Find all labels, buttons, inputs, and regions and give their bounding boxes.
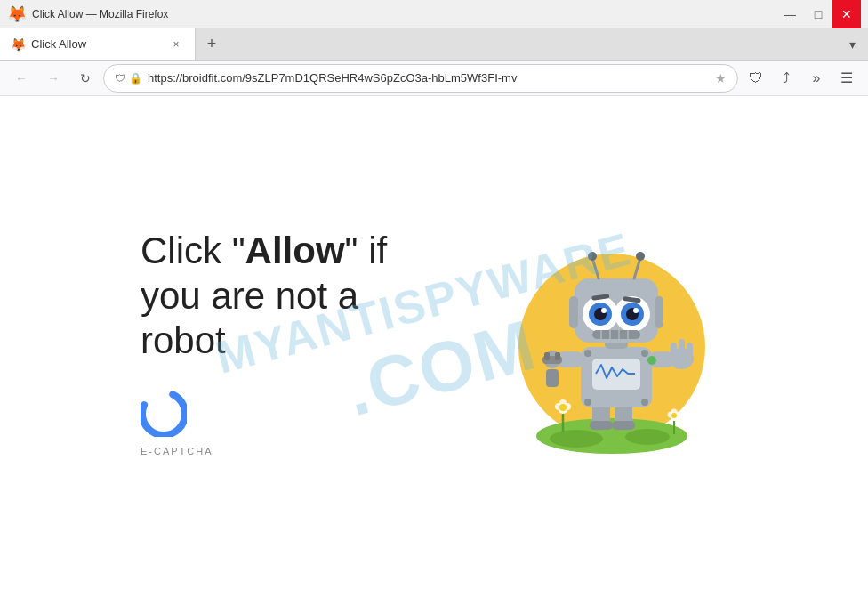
bookmark-star-button[interactable]: ★ — [715, 71, 727, 85]
svg-rect-37 — [687, 343, 693, 359]
svg-point-61 — [647, 356, 656, 365]
title-bar-left: 🦊 Click Allow — Mozilla Firefox — [7, 4, 168, 24]
svg-point-41 — [588, 252, 597, 261]
close-button[interactable]: ✕ — [832, 0, 861, 28]
captcha-label: E-CAPTCHA — [141, 446, 213, 456]
svg-point-10 — [559, 404, 567, 411]
maximize-button[interactable]: □ — [804, 0, 832, 28]
shield-button[interactable]: 🛡 — [742, 64, 770, 93]
svg-point-25 — [584, 399, 591, 406]
url-input[interactable] — [148, 71, 710, 85]
nav-bar: ← → ↻ 🛡 🔒 ★ 🛡 ⤴ » ☰ — [0, 61, 868, 96]
new-tab-button[interactable]: + — [196, 28, 228, 60]
menu-button[interactable]: ☰ — [832, 64, 861, 93]
tab-close-button[interactable]: × — [168, 36, 184, 52]
window-title: Click Allow — Mozilla Firefox — [32, 8, 168, 20]
toolbar-right: 🛡 ⤴ » ☰ — [742, 64, 861, 93]
address-icons: 🛡 🔒 — [115, 72, 142, 85]
allow-text: Allow — [245, 230, 345, 271]
svg-rect-35 — [671, 343, 677, 359]
svg-rect-31 — [544, 352, 550, 360]
share-button[interactable]: ⤴ — [772, 64, 800, 93]
svg-point-24 — [641, 350, 648, 357]
text-section: Click "Allow" if you are not a robot E-C… — [141, 229, 443, 456]
svg-rect-19 — [590, 421, 613, 430]
minimize-button[interactable]: — — [776, 0, 804, 28]
tab-list-button[interactable]: ▾ — [836, 28, 868, 60]
lock-icon: 🔒 — [129, 72, 142, 85]
tab-bar: 🦊 Click Allow × + ▾ — [0, 28, 868, 61]
address-bar[interactable]: 🛡 🔒 ★ — [103, 64, 738, 93]
svg-rect-36 — [679, 339, 685, 357]
captcha-logo: E-CAPTCHA — [141, 391, 443, 456]
svg-point-26 — [641, 399, 648, 406]
svg-rect-32 — [555, 352, 560, 360]
captcha-icon — [141, 391, 187, 437]
svg-point-43 — [636, 252, 645, 261]
svg-rect-29 — [546, 369, 559, 387]
title-bar-controls: — □ ✕ — [776, 0, 861, 28]
firefox-icon: 🦊 — [7, 4, 27, 24]
svg-point-4 — [625, 429, 670, 445]
svg-point-3 — [550, 430, 603, 448]
svg-point-0 — [142, 392, 185, 435]
tab-title: Click Allow — [31, 37, 163, 51]
tab-spacer — [228, 28, 836, 60]
back-button[interactable]: ← — [7, 64, 36, 93]
svg-point-16 — [671, 413, 677, 418]
svg-point-50 — [601, 308, 607, 313]
page-content: MYANTISPYWARE .COM Click "Allow" if you … — [0, 96, 868, 589]
tab-favicon: 🦊 — [11, 37, 26, 52]
more-tools-button[interactable]: » — [802, 64, 831, 93]
svg-point-23 — [584, 350, 591, 357]
reload-button[interactable]: ↻ — [71, 64, 100, 93]
robot-illustration — [496, 218, 727, 467]
title-bar: 🦊 Click Allow — Mozilla Firefox — □ ✕ — [0, 0, 868, 28]
svg-point-51 — [633, 308, 639, 313]
main-heading: Click "Allow" if you are not a robot — [141, 229, 443, 363]
svg-rect-59 — [569, 296, 578, 328]
privacy-icon: 🛡 — [115, 72, 125, 85]
content-area: Click "Allow" if you are not a robot E-C… — [141, 218, 727, 467]
svg-rect-54 — [592, 330, 640, 339]
forward-button[interactable]: → — [39, 64, 68, 93]
svg-rect-20 — [612, 421, 635, 430]
svg-rect-60 — [655, 296, 663, 328]
active-tab[interactable]: 🦊 Click Allow × — [0, 28, 196, 60]
